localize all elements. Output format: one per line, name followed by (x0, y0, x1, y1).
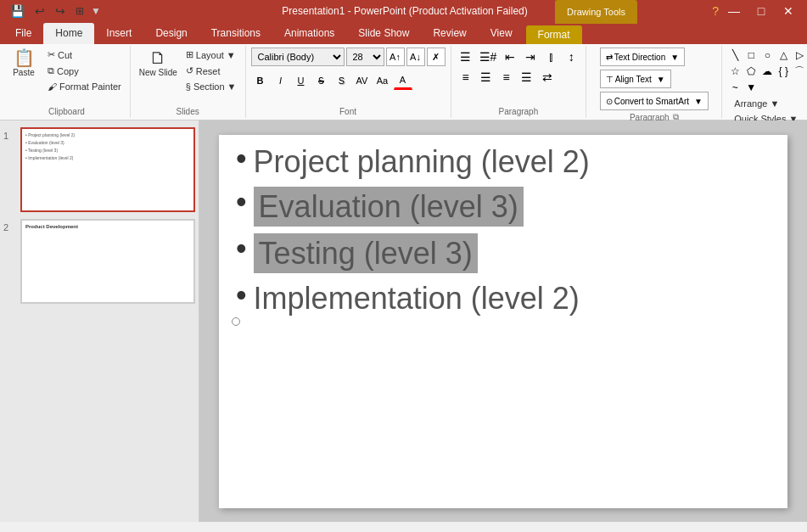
text-direction-group: ⇄ Text Direction ▼ ⊤ Align Text ▼ ⊙ Conv… (586, 46, 722, 118)
ribbon-tabs: File Home Insert Design Transitions Anim… (0, 23, 807, 44)
layout-icon: ⊞ (186, 49, 193, 60)
italic-button[interactable]: I (272, 71, 290, 90)
increase-font-size-button[interactable]: A↑ (386, 48, 405, 66)
slides-panel: 1 • Project planning (level 2) • Evaluat… (0, 120, 199, 522)
tab-format[interactable]: Format (526, 25, 582, 44)
shape-circle[interactable]: ○ (759, 48, 775, 63)
align-center-button[interactable]: ☰ (477, 68, 496, 87)
text-direction-button[interactable]: ⇄ Text Direction ▼ (600, 48, 685, 66)
shapes-palette: ╲ □ ○ △ ▷ ☆ ⬠ ☁ { } ⌒ ~ ▼ (727, 48, 807, 95)
text-direction-icon: ⇄ (606, 53, 613, 62)
clear-format-button[interactable]: ✗ (427, 48, 446, 66)
bullet-item-4: • Implementation (level 2) (236, 280, 779, 316)
paste-section: 📋 Paste (8, 48, 39, 79)
char-spacing-button[interactable]: AV (353, 71, 372, 90)
slide-canvas[interactable]: • Project planning (level 2) • Evaluatio… (219, 135, 787, 508)
reset-icon: ↺ (186, 65, 193, 76)
decrease-indent-button[interactable]: ⇤ (501, 48, 519, 66)
slides-label: Slides (177, 105, 199, 116)
align-text-icon: ⊤ (606, 75, 614, 84)
tab-slideshow[interactable]: Slide Show (346, 23, 421, 44)
tab-transitions[interactable]: Transitions (199, 23, 272, 44)
reset-button[interactable]: ↺ Reset (182, 64, 240, 78)
bold-button[interactable]: B (251, 71, 270, 90)
align-text-button[interactable]: ⊤ Align Text ▼ (600, 70, 671, 88)
canvas-area: • Project planning (level 2) • Evaluatio… (199, 120, 807, 522)
copy-button[interactable]: ⧉ Copy (44, 64, 125, 78)
align-right-button[interactable]: ≡ (497, 68, 516, 87)
bullet-text-2: Evaluation (level 3) (254, 187, 524, 227)
bullet-dot-3: • (236, 233, 247, 264)
font-name-select[interactable]: Calibri (Body) (251, 48, 345, 66)
font-case-button[interactable]: Aa (373, 71, 392, 90)
bullets-button[interactable]: ☰ (457, 48, 475, 66)
justify-button[interactable]: ☰ (518, 68, 536, 87)
increase-indent-button[interactable]: ⇥ (521, 48, 540, 66)
new-slide-icon: 🗋 (149, 49, 166, 66)
slide1-bullet1: • Project planning (level 2) (25, 132, 190, 137)
shape-star[interactable]: ☆ (727, 64, 743, 79)
tab-animations[interactable]: Animations (272, 23, 346, 44)
tab-insert[interactable]: Insert (94, 23, 143, 44)
close-button[interactable]: ✕ (776, 3, 800, 20)
cut-button[interactable]: ✂ Cut (44, 48, 125, 62)
slide2-title: Product Development (25, 224, 190, 229)
clipboard-actions: ✂ Cut ⧉ Copy 🖌 Format Painter (44, 48, 125, 93)
columns-button[interactable]: ⫿ (541, 48, 560, 66)
strikethrough-button[interactable]: S̶ (312, 71, 331, 90)
shape-arrow[interactable]: ▷ (792, 48, 807, 63)
paste-button[interactable]: 📋 Paste (8, 48, 39, 79)
font-size-select[interactable]: 28 (346, 48, 384, 66)
undo-button[interactable]: ↩ (31, 3, 48, 20)
shape-rect[interactable]: □ (743, 48, 759, 63)
line-spacing-button[interactable]: ↕ (562, 48, 580, 66)
shape-pentagon[interactable]: ⬠ (743, 64, 759, 79)
font-label: Font (339, 105, 356, 116)
shape-cloud[interactable]: ☁ (759, 64, 775, 79)
top-bar: 💾 ↩ ↪ ⊞ ▼ Presentation1 - PowerPoint (Pr… (0, 0, 807, 23)
minimize-button[interactable]: — (722, 3, 746, 20)
convert-smartart-button[interactable]: ⊙ Convert to SmartArt ▼ (600, 92, 709, 110)
maximize-button[interactable]: □ (749, 3, 773, 20)
help-icon[interactable]: ? (712, 4, 719, 18)
new-slide-button[interactable]: 🗋 New Slide (136, 48, 181, 79)
shape-more[interactable]: ▼ (743, 80, 759, 95)
save-button[interactable]: 💾 (7, 3, 28, 20)
shape-triangle[interactable]: △ (776, 48, 791, 63)
align-left-button[interactable]: ≡ (457, 68, 475, 87)
format-painter-icon: 🖌 (48, 81, 57, 92)
ribbon: 📋 Paste ✂ Cut ⧉ Copy 🖌 Format Painter (0, 44, 807, 120)
tab-home[interactable]: Home (43, 23, 94, 44)
drawing-tools-tab: Drawing Tools (555, 0, 637, 24)
customize-button[interactable]: ⊞ (72, 3, 87, 19)
bullet-dot-1: • (236, 143, 247, 174)
shape-wave[interactable]: ~ (727, 80, 743, 95)
tab-review[interactable]: Review (421, 23, 478, 44)
decrease-font-size-button[interactable]: A↓ (406, 48, 425, 66)
layout-button[interactable]: ⊞ Layout ▼ (182, 48, 240, 62)
numbering-button[interactable]: ☰# (477, 48, 500, 66)
section-icon: § (186, 81, 191, 92)
shape-bracket[interactable]: { } (776, 64, 791, 79)
tab-file[interactable]: File (3, 23, 43, 44)
shape-line[interactable]: ╲ (727, 48, 743, 63)
bullet-dot-4: • (236, 280, 247, 311)
underline-button[interactable]: U (292, 71, 311, 90)
shadow-button[interactable]: S (333, 71, 351, 90)
bullet-dot-2: • (236, 187, 247, 217)
shape-curve[interactable]: ⌒ (792, 64, 807, 79)
tab-view[interactable]: View (479, 23, 524, 44)
section-button[interactable]: § Section ▼ (182, 80, 240, 93)
slide-preview-1[interactable]: • Project planning (level 2) • Evaluatio… (20, 127, 195, 212)
tab-design[interactable]: Design (143, 23, 199, 44)
slide-preview-2[interactable]: Product Development (20, 219, 195, 304)
slide-number-2: 2 (3, 222, 15, 232)
clipboard-label: Clipboard (48, 105, 85, 116)
format-painter-button[interactable]: 🖌 Format Painter (44, 80, 125, 93)
paragraph-group: ☰ ☰# ⇤ ⇥ ⫿ ↕ ≡ ☰ ≡ ☰ ⇄ Paragraph (451, 46, 587, 118)
redo-button[interactable]: ↪ (52, 3, 69, 20)
font-color-button[interactable]: A (394, 71, 412, 90)
arrange-button[interactable]: Arrange ▼ (731, 97, 807, 110)
direction-button[interactable]: ⇄ (538, 68, 557, 87)
content-box[interactable]: • Project planning (level 2) • Evaluatio… (236, 143, 779, 500)
